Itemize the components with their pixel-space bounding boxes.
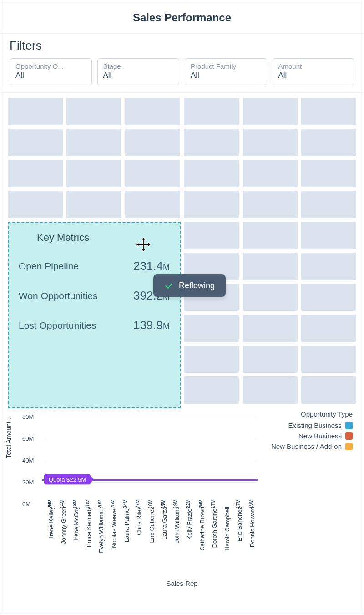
y-tick-label: 20M	[22, 479, 34, 486]
grid-cell	[243, 129, 298, 156]
grid-cell	[243, 222, 298, 249]
y-tick-label: 80M	[22, 413, 34, 420]
chart-widget[interactable]: Opportunity Type Existing Business New B…	[0, 404, 364, 587]
gridline	[44, 504, 256, 504]
grid-cell	[301, 222, 356, 249]
x-tick-label: Kelly Frazier	[186, 507, 193, 539]
filter-value: All	[278, 71, 349, 80]
grid-cell	[66, 98, 121, 125]
metric-label: Won Opportunities	[19, 290, 98, 301]
filter-label: Opportunity O...	[15, 62, 86, 70]
grid-cell	[243, 315, 298, 342]
legend-item-existing[interactable]: Existing Business	[271, 422, 353, 429]
grid-cell	[184, 346, 239, 373]
filter-label: Stage	[103, 62, 174, 70]
metric-label: Lost Opportunities	[19, 320, 96, 331]
filters-heading: Filters	[10, 39, 354, 53]
grid-cell	[243, 253, 298, 280]
grid-cell	[243, 160, 298, 187]
toast-label: Reflowing	[179, 281, 215, 290]
grid-cell	[184, 191, 239, 218]
x-tick-label: Eric Sanchez	[236, 507, 243, 542]
grid-cell	[125, 98, 180, 125]
x-tick-label: Irene Kelley	[48, 507, 55, 538]
legend-swatch-icon	[345, 432, 353, 440]
chart-container: Opportunity Type Existing Business New B…	[8, 408, 356, 581]
x-tick-label: Dennis Howard	[249, 507, 256, 547]
filters-section: Filters Opportunity O... All Stage All P…	[0, 34, 364, 93]
quota-badge: Quota $22.5M	[44, 474, 93, 485]
y-tick-label: 60M	[22, 435, 34, 442]
grid-cell	[125, 129, 180, 156]
filter-value: All	[191, 71, 261, 80]
filter-product-family[interactable]: Product Family All	[185, 58, 267, 85]
grid-cell	[184, 129, 239, 156]
chart-plot-area: 26M20M22MIrene Kelley14MJohnny Green17M1…	[44, 417, 256, 504]
grid-cell	[184, 160, 239, 187]
y-tick-label: 40M	[22, 457, 34, 464]
metric-value: 139.9M	[133, 318, 170, 332]
legend-label: New Business / Add-on	[271, 442, 342, 450]
metric-lost-opportunities: Lost Opportunities 139.9M	[19, 318, 170, 332]
grid-cell	[66, 160, 121, 187]
x-tick-label: Chris Riley	[136, 507, 142, 535]
x-tick-label: Irene McCoy	[73, 507, 80, 540]
x-tick-label: Harold Campbell	[224, 507, 231, 551]
grid-cell	[125, 160, 180, 187]
gridline	[44, 417, 256, 417]
legend-title: Opportunity Type	[271, 410, 353, 418]
grid-cell	[8, 129, 63, 156]
grid-cell	[184, 376, 239, 404]
grid-cell	[301, 160, 356, 187]
filter-opportunity-owner[interactable]: Opportunity O... All	[10, 58, 92, 85]
x-tick-label: Catherine Brown	[199, 507, 206, 551]
metric-won-opportunities: Won Opportunities 392.2M	[19, 289, 170, 303]
x-tick-label: Eric Gutierrez	[148, 507, 155, 543]
grid-cell	[301, 376, 356, 404]
x-tick-label: Laura Garza	[161, 507, 168, 539]
grid-cell	[8, 191, 63, 218]
x-tick-label: Laura Palmer	[123, 507, 130, 542]
legend-label: Existing Business	[288, 422, 342, 429]
grid-cell	[66, 191, 121, 218]
grid-cell	[243, 98, 298, 125]
gridline	[44, 439, 256, 439]
grid-cell	[8, 98, 63, 125]
filter-amount[interactable]: Amount All	[273, 58, 355, 85]
y-tick-label: 0M	[22, 501, 30, 508]
filter-value: All	[103, 71, 174, 80]
grid-cell	[243, 284, 298, 311]
grid-cell	[301, 284, 356, 311]
grid-cell	[184, 222, 239, 249]
legend-item-new[interactable]: New Business	[271, 432, 353, 440]
filter-stage[interactable]: Stage All	[97, 58, 180, 85]
grid-cell	[243, 376, 298, 404]
filter-value: All	[15, 71, 86, 80]
grid-cell	[243, 346, 298, 373]
grid-cell	[301, 346, 356, 373]
x-tick-label: Nicolas Weaver	[111, 507, 117, 548]
grid-cell	[301, 129, 356, 156]
filters-row: Opportunity O... All Stage All Product F…	[10, 58, 354, 85]
filter-label: Amount	[278, 62, 349, 70]
grid-cell	[184, 315, 239, 342]
grid-cell	[301, 253, 356, 280]
chart-legend: Opportunity Type Existing Business New B…	[271, 410, 353, 453]
grid-cell	[243, 191, 298, 218]
x-tick-label: Doroth Gardner	[211, 507, 218, 548]
metric-value: 231.4M	[133, 259, 170, 273]
check-icon	[164, 281, 173, 290]
grid-cell	[301, 98, 356, 125]
gridline	[44, 461, 256, 461]
legend-item-addon[interactable]: New Business / Add-on	[271, 442, 353, 450]
dashboard-grid-area[interactable]: Key Metrics Open Pipeline 231.4M Won Opp…	[0, 93, 364, 404]
metric-label: Open Pipeline	[19, 261, 79, 272]
grid-cell	[66, 129, 121, 156]
x-tick-label: Evelyn Williams...	[98, 507, 105, 553]
move-cursor-icon	[136, 237, 151, 252]
widget-key-metrics[interactable]: Key Metrics Open Pipeline 231.4M Won Opp…	[8, 222, 181, 408]
legend-swatch-icon	[345, 443, 353, 450]
x-tick-label: John Williams	[173, 507, 180, 543]
x-tick-label: Bruce Kennedy	[86, 507, 92, 547]
filter-label: Product Family	[191, 62, 261, 70]
